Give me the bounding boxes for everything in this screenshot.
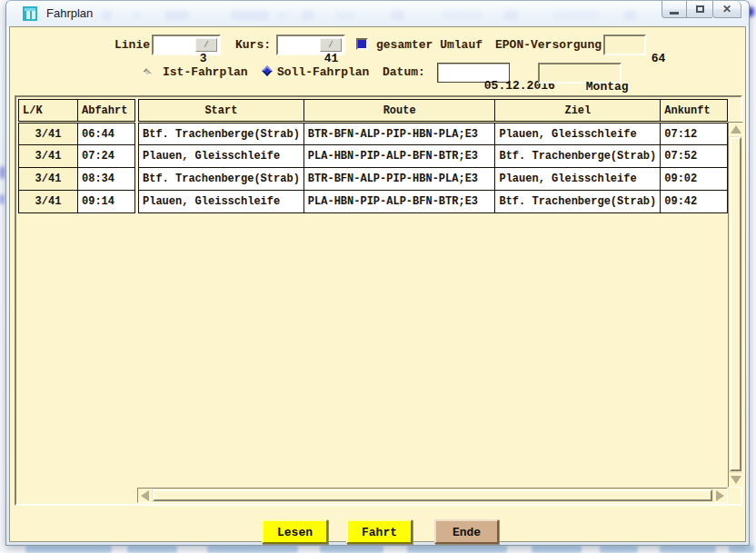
column-header-abfahrt[interactable]: Abfahrt [78,100,135,123]
epon-value: 64 [652,52,666,65]
cell-ziel[interactable]: Btf. Trachenberge(Strab) [495,191,661,213]
table-row[interactable]: 3/41 08:34 [19,168,135,191]
table-row[interactable]: 3/41 07:24 [19,145,135,168]
maximize-icon [696,5,704,13]
cell-abfahrt[interactable]: 08:34 [78,168,135,191]
table-row[interactable]: 3/41 06:44 [19,123,135,145]
scroll-right-button[interactable] [713,489,727,502]
table-row[interactable]: 3/41 09:14 [19,191,135,213]
kurs-lov-icon[interactable]: ∕ [320,38,342,52]
cell-start[interactable]: Plauen, Gleisschleife [139,145,304,168]
weekday-field: Montag [538,63,622,84]
scroll-right-icon [716,490,724,501]
column-header-ankunft[interactable]: Ankunft [661,100,728,123]
close-button[interactable]: ✕ [712,1,741,18]
window-title: Fahrplan [46,6,93,20]
horizontal-scrollbar-thumb[interactable] [153,489,712,501]
scroll-up-icon [731,125,741,133]
vertical-scrollbar[interactable] [728,122,743,488]
cell-abfahrt[interactable]: 09:14 [78,191,135,213]
ist-fahrplan-label[interactable]: Ist-Fahrplan [163,65,248,79]
cell-route[interactable]: BTR-BFN-ALP-PIP-HBN-PLA;E3 [303,123,495,145]
table-row[interactable]: Btf. Trachenberge(Strab) BTR-BFN-ALP-PIP… [139,168,728,191]
cell-ankunft[interactable]: 07:12 [661,123,728,145]
table-header-row: L/K Abfahrt [19,100,135,123]
cell-lk[interactable]: 3/41 [19,168,78,191]
soll-fahrplan-radio[interactable] [262,65,272,75]
table-header-row: Start Route Ziel Ankunft [139,100,728,123]
close-icon: ✕ [722,4,731,15]
cell-ziel[interactable]: Btf. Trachenberge(Strab) [495,145,661,168]
table-row[interactable]: Plauen, Gleisschleife PLA-HBN-PIP-ALP-BF… [139,145,728,168]
cell-start[interactable]: Btf. Trachenberge(Strab) [139,123,304,145]
cell-route[interactable]: BTR-BFN-ALP-PIP-HBN-PLA;E3 [303,168,495,191]
linie-value: 3 [200,52,207,65]
minimize-icon [670,12,679,15]
soll-fahrplan-label[interactable]: Soll-Fahrplan [277,65,369,79]
column-header-route[interactable]: Route [303,100,495,123]
maximize-button[interactable] [687,1,712,18]
epon-field: 64 [603,35,646,55]
fahrt-button[interactable]: Fahrt [346,519,413,544]
gesamter-umlauf-checkbox[interactable] [356,38,368,50]
cell-lk[interactable]: 3/41 [19,145,78,168]
cell-ankunft[interactable]: 07:52 [661,145,728,168]
cell-ankunft[interactable]: 09:42 [661,191,728,213]
scroll-down-button[interactable] [729,473,742,487]
linie-label: Linie: [114,38,157,52]
cell-ziel[interactable]: Plauen, Gleisschleife [495,168,661,191]
cell-lk[interactable]: 3/41 [19,123,78,145]
kurs-value: 41 [324,52,339,65]
cell-route[interactable]: PLA-HBN-PIP-ALP-BFN-BTR;E3 [303,145,495,168]
schedule-table-fixed-columns: L/K Abfahrt 3/41 06:44 3/41 07:24 3/41 0… [18,99,135,213]
table-row[interactable]: Plauen, Gleisschleife PLA-HBN-PIP-ALP-BF… [139,191,728,213]
cell-start[interactable]: Btf. Trachenberge(Strab) [139,168,304,191]
cell-start[interactable]: Plauen, Gleisschleife [139,191,304,213]
datum-field[interactable]: 05.12.2016 [437,63,510,83]
schedule-table-frame: L/K Abfahrt 3/41 06:44 3/41 07:24 3/41 0… [15,95,742,506]
lesen-button[interactable]: Lesen [262,519,328,544]
fahrplan-app-icon [23,6,37,21]
column-header-ziel[interactable]: Ziel [495,100,661,123]
ende-button[interactable]: Ende [434,519,499,544]
cell-abfahrt[interactable]: 07:24 [78,145,135,168]
kurs-label: Kurs: [235,38,271,52]
cell-ankunft[interactable]: 09:02 [661,168,728,191]
scroll-down-icon [731,476,741,484]
cell-route[interactable]: PLA-HBN-PIP-ALP-BFN-BTR;E3 [303,191,495,213]
table-row[interactable]: Btf. Trachenberge(Strab) BTR-BFN-ALP-PIP… [139,123,728,145]
kurs-field[interactable]: 41 ∕ [276,35,345,55]
weekday-value: Montag [586,80,629,94]
epon-label: EPON-Versorgung: [495,38,609,52]
fahrplan-window: Fahrplan ✕ Linie: 3 ∕ Kurs: 41 ∕ gesamte… [5,0,750,546]
cell-ziel[interactable]: Plauen, Gleisschleife [495,123,661,145]
ist-fahrplan-radio[interactable] [143,68,151,76]
gesamter-umlauf-label: gesamter Umlauf [376,38,482,52]
scroll-left-button[interactable] [138,489,152,502]
linie-field[interactable]: 3 ∕ [152,35,221,55]
cell-lk[interactable]: 3/41 [19,191,78,213]
client-area: Linie: 3 ∕ Kurs: 41 ∕ gesamter Umlauf EP… [9,26,746,542]
schedule-table-scrollable-columns: Start Route Ziel Ankunft Btf. Trachenber… [138,99,728,213]
titlebar[interactable]: Fahrplan ✕ [6,1,749,26]
scroll-up-button[interactable] [729,123,742,136]
column-header-lk[interactable]: L/K [19,100,78,123]
horizontal-scrollbar[interactable] [137,488,728,503]
minimize-button[interactable] [662,1,687,18]
column-header-start[interactable]: Start [139,100,304,123]
vertical-scrollbar-thumb[interactable] [730,137,741,471]
scroll-left-icon [141,490,149,501]
datum-label: Datum: [383,65,425,79]
linie-lov-icon[interactable]: ∕ [195,38,217,52]
cell-abfahrt[interactable]: 06:44 [78,123,135,145]
